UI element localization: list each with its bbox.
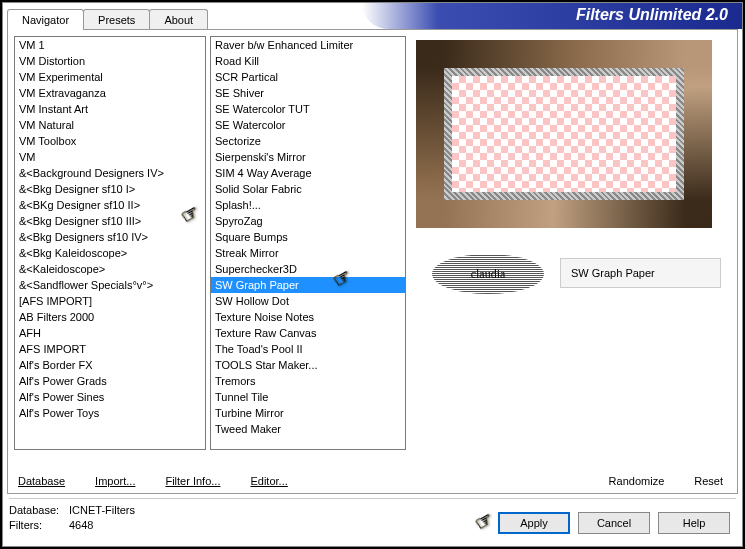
- tab-presets[interactable]: Presets: [83, 9, 150, 30]
- list-item[interactable]: VM Natural: [15, 117, 205, 133]
- list-item[interactable]: &<BKg Designer sf10 II>: [15, 197, 205, 213]
- list-item[interactable]: SIM 4 Way Average: [211, 165, 405, 181]
- navigator-panel: VM 1VM DistortionVM ExperimentalVM Extra…: [7, 29, 738, 494]
- list-item[interactable]: Solid Solar Fabric: [211, 181, 405, 197]
- list-item[interactable]: VM Toolbox: [15, 133, 205, 149]
- list-item[interactable]: Alf's Border FX: [15, 357, 205, 373]
- list-item[interactable]: Tunnel Tile: [211, 389, 405, 405]
- filter-list[interactable]: Raver b/w Enhanced LimiterRoad KillSCR P…: [210, 36, 406, 450]
- bottom-links-left: Database Import... Filter Info... Editor…: [18, 475, 288, 487]
- selected-filter-label: SW Graph Paper: [560, 258, 721, 288]
- list-item[interactable]: SE Watercolor: [211, 117, 405, 133]
- tab-about[interactable]: About: [149, 9, 208, 30]
- tab-strip: Navigator Presets About: [7, 9, 207, 30]
- list-item[interactable]: Alf's Power Grads: [15, 373, 205, 389]
- list-item[interactable]: Alf's Power Toys: [15, 405, 205, 421]
- category-list[interactable]: VM 1VM DistortionVM ExperimentalVM Extra…: [14, 36, 206, 450]
- link-reset[interactable]: Reset: [694, 475, 723, 487]
- link-editor[interactable]: Editor...: [250, 475, 287, 487]
- list-item[interactable]: VM Extravaganza: [15, 85, 205, 101]
- list-item[interactable]: &<Sandflower Specials°v°>: [15, 277, 205, 293]
- preview-area: [410, 36, 731, 456]
- link-filter-info[interactable]: Filter Info...: [165, 475, 220, 487]
- list-item[interactable]: VM Experimental: [15, 69, 205, 85]
- list-item[interactable]: The Toad's Pool II: [211, 341, 405, 357]
- bottom-links-right: Randomize Reset: [609, 475, 723, 487]
- list-item[interactable]: SW Graph Paper: [211, 277, 405, 293]
- link-import[interactable]: Import...: [95, 475, 135, 487]
- list-item[interactable]: Superchecker3D: [211, 261, 405, 277]
- list-item[interactable]: &<Bkg Designer sf10 III>: [15, 213, 205, 229]
- preview-image: [416, 40, 712, 228]
- filters-label: Filters:: [9, 518, 69, 533]
- list-item[interactable]: VM: [15, 149, 205, 165]
- list-item[interactable]: VM 1: [15, 37, 205, 53]
- help-button[interactable]: Help: [658, 512, 730, 534]
- list-item[interactable]: Raver b/w Enhanced Limiter: [211, 37, 405, 53]
- list-item[interactable]: Tweed Maker: [211, 421, 405, 437]
- list-item[interactable]: SE Shiver: [211, 85, 405, 101]
- list-item[interactable]: VM Instant Art: [15, 101, 205, 117]
- list-item[interactable]: &<Background Designers IV>: [15, 165, 205, 181]
- watermark-badge: claudia: [432, 254, 544, 294]
- cancel-button[interactable]: Cancel: [578, 512, 650, 534]
- filters-window: Filters Unlimited 2.0 Navigator Presets …: [2, 2, 743, 547]
- list-item[interactable]: Texture Noise Notes: [211, 309, 405, 325]
- list-item[interactable]: Sectorize: [211, 133, 405, 149]
- list-item[interactable]: &<Bkg Kaleidoscope>: [15, 245, 205, 261]
- list-item[interactable]: SW Hollow Dot: [211, 293, 405, 309]
- filters-count: 4648: [69, 519, 93, 531]
- list-item[interactable]: AFH: [15, 325, 205, 341]
- list-item[interactable]: &<Bkg Designer sf10 I>: [15, 181, 205, 197]
- link-randomize[interactable]: Randomize: [609, 475, 665, 487]
- list-item[interactable]: Sierpenski's Mirror: [211, 149, 405, 165]
- list-item[interactable]: Road Kill: [211, 53, 405, 69]
- list-item[interactable]: SpyroZag: [211, 213, 405, 229]
- list-item[interactable]: &<Bkg Designers sf10 IV>: [15, 229, 205, 245]
- list-item[interactable]: Square Bumps: [211, 229, 405, 245]
- db-label: Database:: [9, 503, 69, 518]
- list-item[interactable]: Turbine Mirror: [211, 405, 405, 421]
- list-item[interactable]: AB Filters 2000: [15, 309, 205, 325]
- list-item[interactable]: VM Distortion: [15, 53, 205, 69]
- list-item[interactable]: Tremors: [211, 373, 405, 389]
- list-item[interactable]: TOOLS Star Maker...: [211, 357, 405, 373]
- list-item[interactable]: Splash!...: [211, 197, 405, 213]
- tab-navigator[interactable]: Navigator: [7, 9, 84, 30]
- list-item[interactable]: [AFS IMPORT]: [15, 293, 205, 309]
- link-database[interactable]: Database: [18, 475, 65, 487]
- status-bar: Database:ICNET-Filters Filters:4648 Appl…: [9, 498, 736, 542]
- apply-button[interactable]: Apply: [498, 512, 570, 534]
- title-banner: Filters Unlimited 2.0: [362, 3, 742, 29]
- list-item[interactable]: Texture Raw Canvas: [211, 325, 405, 341]
- list-item[interactable]: Streak Mirror: [211, 245, 405, 261]
- list-item[interactable]: &<Kaleidoscope>: [15, 261, 205, 277]
- list-item[interactable]: SCR Partical: [211, 69, 405, 85]
- list-item[interactable]: AFS IMPORT: [15, 341, 205, 357]
- db-value: ICNET-Filters: [69, 504, 135, 516]
- list-item[interactable]: SE Watercolor TUT: [211, 101, 405, 117]
- list-item[interactable]: Alf's Power Sines: [15, 389, 205, 405]
